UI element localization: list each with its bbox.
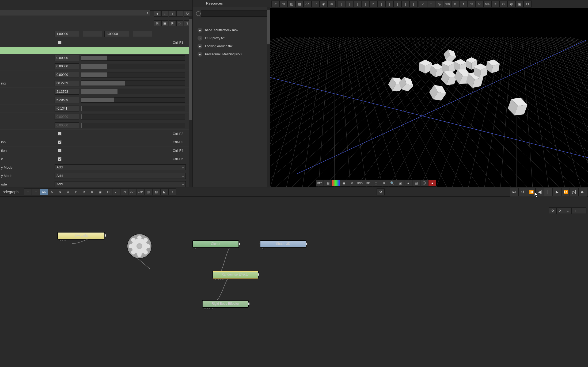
prop-value-input[interactable]: -0.1341 bbox=[55, 106, 79, 111]
pos-button[interactable]: POS bbox=[443, 1, 451, 7]
port[interactable] bbox=[195, 248, 196, 250]
zoom-out-button[interactable]: − bbox=[579, 207, 586, 214]
cam-button[interactable]: ▣ bbox=[515, 1, 523, 7]
sel-button[interactable]: ⊡ bbox=[104, 188, 112, 195]
prop-checkbox[interactable]: ✓ bbox=[58, 140, 62, 144]
hatch-button[interactable]: ▨ bbox=[152, 188, 160, 195]
snap-button[interactable]: ▦ bbox=[295, 1, 304, 7]
viewport-3d[interactable]: ↗⟲◫▦AKP◉⊕||||5|||||⌂⊡◎POS⊕✦⟲↻SCL≡⊙◐▣⊡ RE… bbox=[270, 0, 588, 187]
zoom-close-button[interactable]: ✕ bbox=[556, 207, 564, 214]
shade-button[interactable]: ◐ bbox=[507, 1, 515, 7]
header-slider-b[interactable] bbox=[133, 31, 152, 37]
frame-sel-button[interactable]: ⊡ bbox=[427, 1, 435, 7]
port[interactable] bbox=[211, 308, 213, 310]
filter-circle-icon[interactable] bbox=[196, 11, 201, 16]
playback-play-button[interactable]: ▶ bbox=[553, 188, 561, 196]
prop-slider[interactable] bbox=[81, 72, 185, 78]
zoom-in-button[interactable]: + bbox=[571, 207, 579, 214]
resource-item[interactable]: ▶band_shutterstock.mov bbox=[193, 26, 270, 34]
down-button[interactable]: ↓ bbox=[161, 11, 168, 17]
prop-slider[interactable] bbox=[81, 123, 185, 128]
more-button[interactable]: ⋯ bbox=[176, 11, 183, 17]
resources-scroll-thumb[interactable] bbox=[267, 10, 270, 44]
prop-value-input[interactable]: 68.2759 bbox=[55, 80, 79, 86]
t9-button[interactable]: | bbox=[409, 1, 418, 7]
props-scroll-thumb[interactable] bbox=[189, 19, 192, 120]
zoom-pan-button[interactable]: ✥ bbox=[549, 207, 556, 214]
flag-button[interactable]: ⚑ bbox=[169, 20, 176, 26]
zoom-fit-button[interactable]: ≡ bbox=[564, 207, 571, 214]
gear-button[interactable]: ⚙ bbox=[88, 188, 96, 195]
object-dropdown[interactable]: ▾ bbox=[0, 10, 150, 16]
expand-button[interactable]: ▾ bbox=[154, 11, 161, 17]
playback-last-button[interactable]: ⏭ bbox=[578, 188, 587, 196]
node-output-port[interactable] bbox=[248, 302, 250, 305]
prop-checkbox[interactable]: ✓ bbox=[58, 149, 62, 152]
res-button[interactable]: RES bbox=[316, 180, 324, 187]
out-button[interactable]: OUT bbox=[128, 188, 136, 195]
grp2-button[interactable]: ⊟ bbox=[32, 188, 40, 195]
header-val-a[interactable]: 1.00000 bbox=[55, 31, 79, 37]
prop-value-input[interactable]: 21.3793 bbox=[55, 89, 79, 95]
split-button[interactable]: ◫ bbox=[144, 188, 152, 195]
header-slider-a[interactable] bbox=[83, 31, 102, 37]
ak-button[interactable]: AK bbox=[304, 1, 312, 7]
t4-button[interactable]: | bbox=[361, 1, 369, 7]
fav-button[interactable]: ♡ bbox=[176, 20, 183, 26]
layers-button[interactable]: ▤ bbox=[412, 180, 420, 187]
p-button[interactable]: P bbox=[72, 188, 80, 195]
scale-button[interactable]: ◫ bbox=[287, 1, 295, 7]
full-button[interactable]: ⊡ bbox=[523, 1, 532, 7]
node-randomise-effector[interactable]: Randomise Effector bbox=[213, 271, 258, 279]
prop-slider[interactable] bbox=[81, 97, 185, 103]
t5-button[interactable]: | bbox=[377, 1, 385, 7]
s-button[interactable]: S bbox=[48, 188, 56, 195]
port[interactable] bbox=[262, 248, 264, 250]
port[interactable] bbox=[62, 240, 63, 241]
gizmo-button[interactable]: ✦ bbox=[459, 1, 467, 7]
move-button[interactable]: ↗ bbox=[271, 1, 279, 7]
t8-button[interactable]: | bbox=[401, 1, 409, 7]
sphere-button[interactable]: ● bbox=[404, 180, 412, 187]
circ-button[interactable]: ○ bbox=[168, 188, 176, 195]
playback-ffwd-button[interactable]: ⏩ bbox=[561, 188, 570, 196]
prop-slider[interactable] bbox=[81, 80, 185, 86]
rec-button[interactable]: ● bbox=[428, 180, 436, 187]
t6-button[interactable]: | bbox=[385, 1, 393, 7]
nodegraph-settings-button[interactable]: ⚙ bbox=[377, 188, 385, 195]
zoom-button[interactable]: 🔍 bbox=[388, 180, 396, 187]
prop-slider[interactable] bbox=[81, 106, 185, 111]
prop-slider[interactable] bbox=[81, 89, 185, 94]
p-button[interactable]: P bbox=[312, 1, 320, 7]
list-button[interactable]: ≡ bbox=[491, 1, 499, 7]
prop-value-input[interactable]: 0.00000 bbox=[55, 72, 79, 78]
home-button[interactable]: ⌂ bbox=[419, 1, 427, 7]
scl-button[interactable]: SCL bbox=[483, 1, 491, 7]
port[interactable] bbox=[207, 308, 208, 310]
header-val-b[interactable]: 1.00000 bbox=[104, 31, 129, 37]
t7-button[interactable]: | bbox=[393, 1, 401, 7]
wireframe-button[interactable]: ※ bbox=[348, 180, 356, 187]
prop-slider[interactable] bbox=[81, 114, 185, 119]
pivot-button[interactable]: ⊕ bbox=[328, 1, 336, 7]
grid-button[interactable]: ▦ bbox=[324, 180, 332, 187]
grp1-button[interactable]: ⊞ bbox=[24, 188, 32, 195]
prop-value-input[interactable]: 0.00000 bbox=[55, 55, 79, 61]
resources-scrollbar[interactable] bbox=[267, 7, 270, 187]
playback-step-fwd-button[interactable]: ▷| bbox=[570, 188, 578, 196]
playback-loop-button[interactable]: ↺ bbox=[518, 188, 527, 196]
prop-checkbox[interactable] bbox=[58, 41, 62, 44]
tri-button[interactable]: ◣ bbox=[160, 188, 168, 195]
paste-button[interactable]: ▣ bbox=[161, 20, 168, 26]
t3-button[interactable]: | bbox=[353, 1, 361, 7]
port[interactable] bbox=[215, 279, 217, 280]
rotate-button[interactable]: ⟲ bbox=[279, 1, 287, 7]
prop-dropdown[interactable]: Add bbox=[55, 181, 186, 187]
prop-value-input[interactable]: 0.00000 bbox=[55, 122, 79, 128]
port[interactable] bbox=[209, 308, 211, 310]
prop-value-input[interactable]: 0.00000 bbox=[55, 114, 79, 120]
prop-slider[interactable] bbox=[81, 55, 185, 61]
rng-button[interactable]: RNG bbox=[356, 180, 364, 187]
playback-first-button[interactable]: ⏮ bbox=[510, 188, 518, 196]
lens-button[interactable]: ⊙ bbox=[499, 1, 507, 7]
